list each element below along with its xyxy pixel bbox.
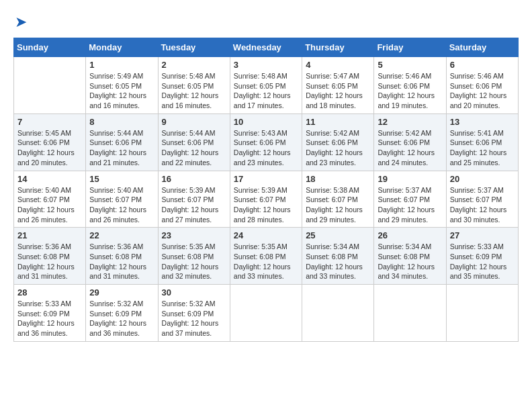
day-info: Sunrise: 5:49 AMSunset: 6:05 PMDaylight:… bbox=[89, 71, 154, 111]
day-number: 12 bbox=[378, 117, 442, 127]
logo-bird-icon: ➤ bbox=[15, 13, 27, 31]
day-info: Sunrise: 5:44 AMSunset: 6:06 PMDaylight:… bbox=[162, 128, 226, 168]
day-info: Sunrise: 5:32 AMSunset: 6:09 PMDaylight:… bbox=[162, 299, 226, 338]
day-cell: 7Sunrise: 5:45 AMSunset: 6:06 PMDaylight… bbox=[14, 113, 86, 171]
day-cell: 6Sunrise: 5:46 AMSunset: 6:06 PMDaylight… bbox=[446, 57, 518, 114]
day-info: Sunrise: 5:42 AMSunset: 6:06 PMDaylight:… bbox=[306, 128, 370, 168]
day-cell: 15Sunrise: 5:40 AMSunset: 6:07 PMDayligh… bbox=[86, 171, 158, 228]
day-info: Sunrise: 5:44 AMSunset: 6:06 PMDaylight:… bbox=[89, 128, 154, 168]
day-cell: 14Sunrise: 5:40 AMSunset: 6:07 PMDayligh… bbox=[14, 171, 86, 228]
day-number: 14 bbox=[17, 174, 82, 184]
day-info: Sunrise: 5:48 AMSunset: 6:05 PMDaylight:… bbox=[234, 71, 298, 111]
day-header-monday: Monday bbox=[86, 38, 158, 57]
day-cell: 1Sunrise: 5:49 AMSunset: 6:05 PMDaylight… bbox=[86, 57, 158, 114]
week-row-2: 7Sunrise: 5:45 AMSunset: 6:06 PMDaylight… bbox=[14, 113, 519, 171]
day-cell: 13Sunrise: 5:41 AMSunset: 6:06 PMDayligh… bbox=[446, 113, 518, 171]
day-cell bbox=[446, 285, 518, 342]
day-cell: 11Sunrise: 5:42 AMSunset: 6:06 PMDayligh… bbox=[302, 113, 374, 171]
day-cell: 17Sunrise: 5:39 AMSunset: 6:07 PMDayligh… bbox=[230, 171, 302, 228]
day-info: Sunrise: 5:45 AMSunset: 6:06 PMDaylight:… bbox=[17, 128, 82, 168]
day-cell bbox=[230, 285, 302, 342]
day-number: 23 bbox=[162, 230, 226, 240]
day-number: 1 bbox=[89, 60, 154, 70]
day-cell bbox=[374, 285, 446, 342]
day-header-saturday: Saturday bbox=[446, 38, 518, 57]
day-number: 9 bbox=[162, 117, 226, 127]
day-cell: 26Sunrise: 5:34 AMSunset: 6:08 PMDayligh… bbox=[374, 228, 446, 285]
day-info: Sunrise: 5:42 AMSunset: 6:06 PMDaylight:… bbox=[378, 128, 442, 168]
day-info: Sunrise: 5:33 AMSunset: 6:09 PMDaylight:… bbox=[450, 242, 515, 281]
day-cell: 21Sunrise: 5:36 AMSunset: 6:08 PMDayligh… bbox=[14, 228, 86, 285]
day-info: Sunrise: 5:36 AMSunset: 6:08 PMDaylight:… bbox=[89, 242, 154, 281]
day-number: 26 bbox=[378, 230, 442, 240]
day-info: Sunrise: 5:39 AMSunset: 6:07 PMDaylight:… bbox=[234, 185, 298, 225]
day-number: 15 bbox=[89, 174, 154, 184]
day-cell: 30Sunrise: 5:32 AMSunset: 6:09 PMDayligh… bbox=[158, 285, 230, 342]
day-cell: 9Sunrise: 5:44 AMSunset: 6:06 PMDaylight… bbox=[158, 113, 230, 171]
day-info: Sunrise: 5:37 AMSunset: 6:07 PMDaylight:… bbox=[450, 185, 515, 225]
day-cell: 16Sunrise: 5:39 AMSunset: 6:07 PMDayligh… bbox=[158, 171, 230, 228]
day-info: Sunrise: 5:46 AMSunset: 6:06 PMDaylight:… bbox=[378, 71, 442, 111]
day-cell: 19Sunrise: 5:37 AMSunset: 6:07 PMDayligh… bbox=[374, 171, 446, 228]
day-info: Sunrise: 5:47 AMSunset: 6:05 PMDaylight:… bbox=[306, 71, 370, 111]
day-info: Sunrise: 5:36 AMSunset: 6:08 PMDaylight:… bbox=[17, 242, 82, 281]
day-info: Sunrise: 5:39 AMSunset: 6:07 PMDaylight:… bbox=[162, 185, 226, 225]
day-info: Sunrise: 5:32 AMSunset: 6:09 PMDaylight:… bbox=[89, 299, 154, 338]
day-header-tuesday: Tuesday bbox=[158, 38, 230, 57]
day-info: Sunrise: 5:43 AMSunset: 6:06 PMDaylight:… bbox=[234, 128, 298, 168]
day-cell bbox=[302, 285, 374, 342]
day-number: 27 bbox=[450, 230, 515, 240]
page-header: ➤ bbox=[13, 13, 519, 31]
day-cell: 5Sunrise: 5:46 AMSunset: 6:06 PMDaylight… bbox=[374, 57, 446, 114]
day-cell: 20Sunrise: 5:37 AMSunset: 6:07 PMDayligh… bbox=[446, 171, 518, 228]
day-cell: 10Sunrise: 5:43 AMSunset: 6:06 PMDayligh… bbox=[230, 113, 302, 171]
week-row-5: 28Sunrise: 5:33 AMSunset: 6:09 PMDayligh… bbox=[14, 285, 519, 342]
day-cell: 2Sunrise: 5:48 AMSunset: 6:05 PMDaylight… bbox=[158, 57, 230, 114]
day-number: 2 bbox=[162, 60, 226, 70]
day-number: 11 bbox=[306, 117, 370, 127]
week-row-4: 21Sunrise: 5:36 AMSunset: 6:08 PMDayligh… bbox=[14, 228, 519, 285]
day-info: Sunrise: 5:40 AMSunset: 6:07 PMDaylight:… bbox=[17, 185, 82, 225]
day-cell: 28Sunrise: 5:33 AMSunset: 6:09 PMDayligh… bbox=[14, 285, 86, 342]
day-cell: 25Sunrise: 5:34 AMSunset: 6:08 PMDayligh… bbox=[302, 228, 374, 285]
day-number: 18 bbox=[306, 174, 370, 184]
day-number: 19 bbox=[378, 174, 442, 184]
day-cell: 12Sunrise: 5:42 AMSunset: 6:06 PMDayligh… bbox=[374, 113, 446, 171]
day-cell: 23Sunrise: 5:35 AMSunset: 6:08 PMDayligh… bbox=[158, 228, 230, 285]
day-cell bbox=[14, 57, 86, 114]
day-number: 16 bbox=[162, 174, 226, 184]
day-cell: 29Sunrise: 5:32 AMSunset: 6:09 PMDayligh… bbox=[86, 285, 158, 342]
day-number: 21 bbox=[17, 230, 82, 240]
day-number: 3 bbox=[234, 60, 298, 70]
day-header-friday: Friday bbox=[374, 38, 446, 57]
calendar-header-row: SundayMondayTuesdayWednesdayThursdayFrid… bbox=[14, 38, 519, 57]
day-number: 22 bbox=[89, 230, 154, 240]
day-cell: 4Sunrise: 5:47 AMSunset: 6:05 PMDaylight… bbox=[302, 57, 374, 114]
day-cell: 18Sunrise: 5:38 AMSunset: 6:07 PMDayligh… bbox=[302, 171, 374, 228]
week-row-3: 14Sunrise: 5:40 AMSunset: 6:07 PMDayligh… bbox=[14, 171, 519, 228]
day-number: 4 bbox=[306, 60, 370, 70]
day-cell: 27Sunrise: 5:33 AMSunset: 6:09 PMDayligh… bbox=[446, 228, 518, 285]
calendar-table: SundayMondayTuesdayWednesdayThursdayFrid… bbox=[13, 38, 519, 342]
day-number: 30 bbox=[162, 287, 226, 298]
day-number: 7 bbox=[17, 117, 82, 127]
day-cell: 24Sunrise: 5:35 AMSunset: 6:08 PMDayligh… bbox=[230, 228, 302, 285]
day-header-thursday: Thursday bbox=[302, 38, 374, 57]
day-info: Sunrise: 5:40 AMSunset: 6:07 PMDaylight:… bbox=[89, 185, 154, 225]
day-number: 13 bbox=[450, 117, 515, 127]
day-number: 5 bbox=[378, 60, 442, 70]
day-info: Sunrise: 5:41 AMSunset: 6:06 PMDaylight:… bbox=[450, 128, 515, 168]
day-number: 28 bbox=[17, 287, 82, 298]
day-number: 10 bbox=[234, 117, 298, 127]
day-info: Sunrise: 5:38 AMSunset: 6:07 PMDaylight:… bbox=[306, 185, 370, 225]
day-number: 25 bbox=[306, 230, 370, 240]
day-number: 24 bbox=[234, 230, 298, 240]
day-info: Sunrise: 5:48 AMSunset: 6:05 PMDaylight:… bbox=[162, 71, 226, 111]
week-row-1: 1Sunrise: 5:49 AMSunset: 6:05 PMDaylight… bbox=[14, 57, 519, 114]
day-cell: 8Sunrise: 5:44 AMSunset: 6:06 PMDaylight… bbox=[86, 113, 158, 171]
day-number: 20 bbox=[450, 174, 515, 184]
day-cell: 3Sunrise: 5:48 AMSunset: 6:05 PMDaylight… bbox=[230, 57, 302, 114]
day-number: 6 bbox=[450, 60, 515, 70]
day-info: Sunrise: 5:37 AMSunset: 6:07 PMDaylight:… bbox=[378, 185, 442, 225]
day-cell: 22Sunrise: 5:36 AMSunset: 6:08 PMDayligh… bbox=[86, 228, 158, 285]
